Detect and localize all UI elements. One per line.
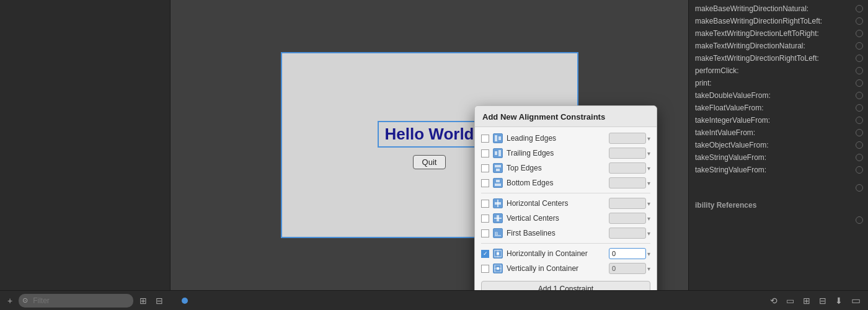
frame-button[interactable]: ▭	[784, 294, 797, 307]
constraint-row-top: Top Edges ▾	[475, 161, 657, 175]
radio-item[interactable]	[856, 141, 863, 149]
label-leading: Leading Edges	[507, 134, 605, 143]
layout-button[interactable]: ⊞	[800, 294, 813, 307]
list-item[interactable]: takeStringValueFrom:	[689, 151, 868, 164]
list-item[interactable]: makeBaseWritingDirectionNatural:	[689, 2, 868, 15]
label-hcenters: Horizontal Centers	[507, 199, 605, 208]
constraint-row-trailing: Trailing Edges ▾	[475, 146, 657, 161]
list-item[interactable]: takeObjectValueFrom:	[689, 139, 868, 151]
filter-input[interactable]	[29, 294, 130, 307]
chevron-top: ▾	[647, 165, 650, 172]
icon-trailing	[493, 148, 503, 158]
value-hcenters: ▾	[609, 198, 650, 209]
value-box-trailing[interactable]	[609, 148, 646, 159]
checkbox-trailing[interactable]	[481, 149, 489, 157]
label-vert-container: Vertically in Container	[507, 264, 605, 273]
label-vcenters: Vertical Centers	[507, 214, 605, 223]
chevron-bottom: ▾	[647, 180, 650, 187]
align-button[interactable]: ⊟	[817, 294, 829, 307]
value-box-vcenters[interactable]	[609, 213, 646, 224]
value-box-horiz-container[interactable]: 0	[609, 248, 646, 259]
chevron-trailing: ▾	[647, 150, 650, 157]
checkbox-hcenters[interactable]	[481, 200, 489, 208]
toolbar-icon-1[interactable]: ⊞	[137, 294, 149, 307]
add-constraint-button[interactable]: Add 1 Constraint	[481, 281, 650, 290]
value-box-leading[interactable]	[609, 133, 646, 144]
value-box-top[interactable]	[609, 162, 646, 174]
radio-item[interactable]	[856, 42, 863, 50]
radio-item[interactable]	[856, 104, 863, 112]
checkbox-vert-container[interactable]	[481, 265, 489, 273]
value-box-vert-container[interactable]: 0	[609, 263, 646, 274]
list-item[interactable]: takeIntValueFrom:	[689, 126, 868, 139]
icon-vcenters	[493, 213, 503, 223]
popup-overlay: Add New Alignment Constraints Leading Ed…	[474, 105, 657, 290]
constraint-row-baselines: B First Baselines ▾	[475, 226, 657, 241]
list-item[interactable]: print:	[689, 77, 868, 89]
toolbar-center	[179, 298, 680, 304]
section-title: ibility References	[689, 197, 868, 211]
value-vcenters: ▾	[609, 213, 650, 224]
checkbox-vcenters[interactable]	[481, 215, 489, 223]
list-item[interactable]: takeDoubleValueFrom:	[689, 89, 868, 102]
radio-item[interactable]	[856, 166, 863, 174]
radio-item[interactable]	[856, 117, 863, 124]
toolbar-icon-2[interactable]: ⊟	[153, 294, 166, 307]
checkbox-baselines[interactable]	[481, 229, 489, 237]
bottom-toolbar: + ⊙ ⊞ ⊟ ⟲ ▭ ⊞ ⊟ ⬇ ▭	[0, 290, 868, 310]
expand-button[interactable]: ▭	[849, 293, 863, 308]
svg-rect-5	[496, 169, 500, 171]
icon-vert-container	[493, 264, 503, 273]
icon-horiz-container	[493, 249, 503, 259]
download-button[interactable]: ⬇	[833, 294, 845, 307]
radio-ref[interactable]	[856, 216, 863, 224]
list-item[interactable]: takeIntegerValueFrom:	[689, 114, 868, 126]
list-item[interactable]: makeTextWritingDirectionLeftToRight:	[689, 27, 868, 40]
list-item[interactable]: makeBaseWritingDirectionRightToLeft:	[689, 15, 868, 27]
value-box-hcenters[interactable]	[609, 198, 646, 209]
checkbox-bottom[interactable]	[481, 179, 489, 187]
svg-rect-6	[495, 184, 501, 186]
add-button[interactable]: +	[5, 294, 15, 307]
value-bottom: ▾	[609, 177, 650, 188]
constraint-row-leading: Leading Edges ▾	[475, 131, 657, 146]
label-bottom: Bottom Edges	[507, 179, 605, 187]
quit-button[interactable]: Quit	[413, 155, 446, 169]
undo-button[interactable]: ⟲	[768, 294, 780, 307]
chevron-hcenters: ▾	[647, 200, 650, 207]
radio-item[interactable]	[856, 92, 863, 99]
radio-item[interactable]	[856, 79, 863, 87]
list-item[interactable]: takeFloatValueFrom:	[689, 102, 868, 114]
checkbox-top[interactable]	[481, 164, 489, 172]
radio-item[interactable]	[856, 5, 863, 12]
separator-2	[481, 243, 650, 244]
radio-item[interactable]	[856, 17, 863, 25]
radio-item[interactable]	[856, 55, 863, 62]
bottom-right-icons: ⟲ ▭ ⊞ ⊟ ⬇ ▭	[768, 293, 863, 308]
radio-accessibility[interactable]	[856, 184, 863, 192]
icon-hcenters	[493, 198, 503, 208]
chevron-vert-container: ▾	[647, 265, 650, 272]
checkbox-leading[interactable]	[481, 135, 489, 143]
radio-item[interactable]	[856, 67, 863, 74]
left-panel	[0, 0, 170, 290]
value-box-baselines[interactable]	[609, 228, 646, 239]
value-box-bottom[interactable]	[609, 177, 646, 188]
hello-world-label: Hello World	[378, 121, 482, 148]
list-item[interactable]: makeTextWritingDirectionNatural:	[689, 40, 868, 52]
radio-item[interactable]	[856, 30, 863, 37]
list-item[interactable]: takeStringValueFrom:	[689, 164, 868, 176]
label-horiz-container: Horizontally in Container	[507, 249, 605, 258]
value-leading: ▾	[609, 133, 650, 144]
radio-item[interactable]	[856, 129, 863, 136]
radio-item[interactable]	[856, 154, 863, 161]
toolbar-right: ⟲ ▭ ⊞ ⊟ ⬇ ▭	[683, 293, 863, 308]
list-item[interactable]: performClick:	[689, 64, 868, 77]
checkbox-horiz-container[interactable]	[481, 250, 489, 258]
value-baselines: ▾	[609, 228, 650, 239]
list-item[interactable]: makeTextWritingDirectionRightToLeft:	[689, 52, 868, 64]
toolbar-left: + ⊙ ⊞ ⊟	[5, 294, 175, 308]
svg-rect-3	[495, 151, 497, 155]
svg-rect-4	[495, 165, 501, 167]
popup-title: Add New Alignment Constraints	[475, 106, 657, 127]
